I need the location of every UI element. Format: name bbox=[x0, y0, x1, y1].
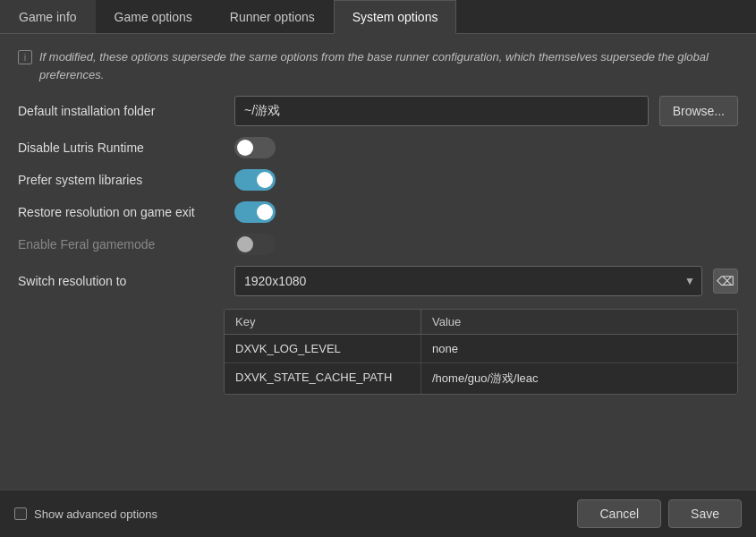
switch-resolution-select[interactable]: 1920x1080 2560x1440 3840x2160 1280x720 bbox=[234, 266, 702, 296]
info-icon: i bbox=[18, 50, 32, 64]
table-row[interactable]: DXVK_STATE_CACHE_PATH /home/guo/游戏/leac bbox=[225, 363, 737, 394]
feral-gamemode-row: Enable Feral gamemode bbox=[18, 234, 738, 255]
env-table: Key Value DXVK_LOG_LEVEL none DXVK_STATE… bbox=[224, 309, 738, 395]
table-row[interactable]: DXVK_LOG_LEVEL none bbox=[225, 335, 737, 363]
feral-gamemode-track[interactable] bbox=[234, 234, 276, 255]
tab-game-options[interactable]: Game options bbox=[96, 0, 211, 33]
restore-resolution-row: Restore resolution on game exit bbox=[18, 201, 738, 223]
table-body: DXVK_LOG_LEVEL none DXVK_STATE_CACHE_PAT… bbox=[225, 335, 737, 394]
cancel-button[interactable]: Cancel bbox=[577, 499, 661, 528]
clear-resolution-button[interactable]: ⌫ bbox=[713, 268, 738, 294]
restore-resolution-thumb bbox=[257, 204, 273, 220]
content-area: i If modified, these options supersede t… bbox=[0, 34, 756, 490]
disable-lutris-track[interactable] bbox=[234, 137, 276, 158]
save-button[interactable]: Save bbox=[668, 499, 742, 528]
switch-resolution-label: Switch resolution to bbox=[18, 274, 224, 288]
restore-resolution-track[interactable] bbox=[234, 201, 276, 223]
bottom-bar: Show advanced options Cancel Save bbox=[0, 490, 756, 537]
banner-text: If modified, these options supersede the… bbox=[39, 48, 738, 83]
value-column-header: Value bbox=[421, 310, 737, 334]
disable-lutris-toggle[interactable] bbox=[234, 137, 276, 158]
show-advanced-text: Show advanced options bbox=[34, 507, 157, 521]
folder-label: Default installation folder bbox=[18, 104, 224, 118]
restore-resolution-label: Restore resolution on game exit bbox=[18, 205, 224, 219]
prefer-system-track[interactable] bbox=[234, 169, 276, 191]
info-banner: i If modified, these options supersede t… bbox=[18, 48, 738, 83]
show-advanced-label[interactable]: Show advanced options bbox=[14, 507, 157, 521]
tab-game-info[interactable]: Game info bbox=[0, 0, 96, 33]
tab-system-options[interactable]: System options bbox=[334, 0, 457, 34]
prefer-system-row: Prefer system libraries bbox=[18, 169, 738, 191]
tab-runner-options[interactable]: Runner options bbox=[211, 0, 334, 33]
disable-lutris-row: Disable Lutris Runtime bbox=[18, 137, 738, 158]
show-advanced-checkbox[interactable] bbox=[14, 507, 27, 520]
prefer-system-thumb bbox=[257, 172, 273, 188]
folder-row: Default installation folder Browse... bbox=[18, 96, 738, 126]
table-cell-key: DXVK_STATE_CACHE_PATH bbox=[225, 363, 421, 394]
feral-gamemode-label: Enable Feral gamemode bbox=[18, 237, 224, 251]
disable-lutris-thumb bbox=[237, 140, 253, 156]
table-cell-value: /home/guo/游戏/leac bbox=[421, 363, 737, 394]
restore-resolution-toggle[interactable] bbox=[234, 201, 276, 223]
prefer-system-toggle[interactable] bbox=[234, 169, 276, 191]
disable-lutris-label: Disable Lutris Runtime bbox=[18, 141, 224, 155]
switch-resolution-row: Switch resolution to 1920x1080 2560x1440… bbox=[18, 266, 738, 296]
feral-gamemode-thumb bbox=[237, 236, 253, 252]
key-column-header: Key bbox=[225, 310, 421, 334]
table-cell-value: none bbox=[421, 335, 737, 362]
table-header: Key Value bbox=[225, 310, 737, 335]
folder-input[interactable] bbox=[234, 96, 649, 126]
prefer-system-label: Prefer system libraries bbox=[18, 173, 224, 187]
action-buttons: Cancel Save bbox=[577, 499, 742, 528]
feral-gamemode-toggle[interactable] bbox=[234, 234, 276, 255]
browse-button[interactable]: Browse... bbox=[659, 96, 738, 126]
tab-bar: Game info Game options Runner options Sy… bbox=[0, 0, 756, 34]
switch-resolution-wrapper: 1920x1080 2560x1440 3840x2160 1280x720 ▼ bbox=[234, 266, 702, 296]
form-section: Default installation folder Browse... Di… bbox=[18, 96, 738, 296]
table-cell-key: DXVK_LOG_LEVEL bbox=[225, 335, 421, 362]
